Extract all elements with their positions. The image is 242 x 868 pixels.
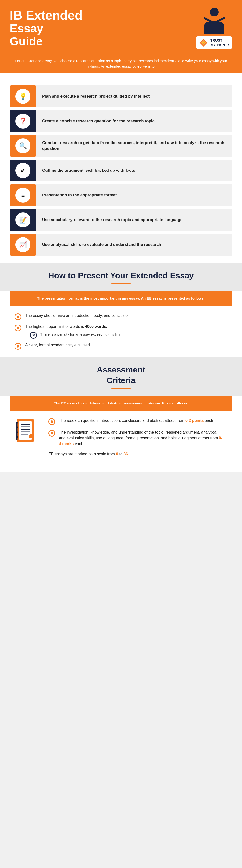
assess-circle-1	[48, 418, 55, 425]
present-section: The presentation format is the most impo…	[0, 291, 242, 357]
title-line2: Essay	[10, 22, 82, 35]
objectives-section: 💡Plan and execute a research project gui…	[0, 76, 242, 263]
bullet-dot-3	[17, 345, 19, 347]
obj-icon-box-5: ≡	[10, 184, 36, 206]
assessment-info-text: The EE essay has a defined and distinct …	[54, 401, 188, 405]
obj-item-4: ✔Outline the argument, well backed up wi…	[10, 160, 232, 181]
obj-text-7: Use analytical skills to evaluate and un…	[36, 234, 232, 255]
intro-box: For an extended essay, you choose a rese…	[0, 54, 242, 73]
assess-item-1: The research question, introduction, con…	[43, 418, 228, 425]
header-right: 🤝 TRUST MY PAPER	[196, 7, 232, 49]
svg-point-16	[16, 427, 18, 428]
person-icon	[202, 7, 226, 34]
assessment-title: AssessmentCriteria	[14, 364, 228, 385]
present-info-box: The presentation format is the most impo…	[10, 291, 232, 306]
assess-dot-2	[50, 432, 53, 434]
sub-bullet-1: ✕ There is a penalty for an essay exceed…	[30, 332, 228, 339]
svg-point-18	[16, 436, 18, 438]
obj-text-1: Plan and execute a research project guid…	[36, 86, 232, 107]
present-title: How to Present Your Extended Essay	[14, 270, 228, 281]
obj-icon-4: ✔	[15, 163, 31, 178]
header: IB Extended Essay Guide 🤝 TRUST MY PAPER	[0, 0, 242, 54]
obj-icon-2: ❓	[15, 114, 31, 129]
bullet-text-2: The highest upper limit of words is 4000…	[25, 324, 228, 330]
assessment-title-box: AssessmentCriteria	[0, 357, 242, 396]
assessment-underline	[111, 388, 131, 389]
title-underline	[111, 283, 131, 284]
obj-icon-box-4: ✔	[10, 160, 36, 181]
obj-icon-7: 📈	[15, 237, 31, 252]
notebook-icon	[14, 418, 36, 444]
obj-item-6: 📝Use vocabulary relevant to the research…	[10, 209, 232, 231]
assess-text-2: The investigation, knowledge, and unders…	[59, 429, 222, 447]
bullet-text-3: A clear, formal academic style is used	[25, 342, 90, 348]
trust-text: TRUST MY PAPER	[210, 38, 229, 47]
objectives-list: 💡Plan and execute a research project gui…	[10, 86, 232, 255]
bullet-dot-1	[17, 316, 19, 318]
svg-point-0	[210, 8, 218, 17]
title-line3: Guide	[10, 35, 82, 48]
trust-badge: 🤝 TRUST MY PAPER	[196, 36, 232, 49]
obj-item-7: 📈Use analytical skills to evaluate and u…	[10, 234, 232, 255]
svg-point-17	[16, 431, 18, 433]
obj-text-5: Presentation in the appropriate format	[36, 184, 232, 206]
obj-icon-3: 🔍	[15, 138, 31, 153]
assess-text-3: EE essays are marked on a scale from 0 t…	[48, 451, 228, 457]
obj-icon-6: 📝	[15, 212, 31, 227]
title-line1: IB Extended	[10, 8, 82, 22]
obj-text-3: Conduct research to get data from the so…	[36, 135, 232, 157]
obj-icon-box-2: ❓	[10, 110, 36, 132]
svg-point-15	[16, 422, 18, 424]
trust-diamond-icon: 🤝	[199, 38, 208, 47]
obj-item-5: ≡Presentation in the appropriate format	[10, 184, 232, 206]
sub-bullet-icon-1: ✕	[30, 332, 37, 339]
assess-dot-1	[50, 421, 53, 423]
present-title-box: How to Present Your Extended Essay	[0, 263, 242, 291]
bullet-item-3: A clear, formal academic style is used	[14, 342, 228, 350]
present-info-text: The presentation format is the most impo…	[37, 296, 205, 300]
bullet-text-1: The essay should have an introduction, b…	[25, 313, 130, 318]
obj-icon-box-1: 💡	[10, 86, 36, 107]
assessment-arrow-wrapper	[10, 410, 232, 413]
obj-text-2: Create a concise research question for t…	[36, 110, 232, 132]
obj-text-6: Use vocabulary relevant to the research …	[36, 209, 232, 231]
present-arrow-wrapper	[10, 306, 232, 308]
assess-circle-2	[48, 430, 55, 437]
assess-item-2: The investigation, knowledge, and unders…	[43, 429, 228, 447]
obj-text-4: Outline the argument, well backed up wit…	[36, 160, 232, 181]
bullet-item-1: The essay should have an introduction, b…	[14, 313, 228, 320]
bullet-item-2: The highest upper limit of words is 4000…	[14, 324, 228, 339]
obj-icon-5: ≡	[15, 188, 31, 203]
assessment-info-box: The EE essay has a defined and distinct …	[10, 396, 232, 410]
bullet-circle-2	[14, 324, 21, 331]
obj-icon-1: 💡	[15, 89, 31, 104]
assessment-section: The EE essay has a defined and distinct …	[0, 396, 242, 471]
sub-bullet-text-1: There is a penalty for an essay exceedin…	[40, 332, 122, 337]
obj-icon-box-3: 🔍	[10, 135, 36, 157]
obj-item-1: 💡Plan and execute a research project gui…	[10, 86, 232, 107]
bullet-dot-2	[17, 327, 19, 329]
obj-icon-box-6: 📝	[10, 209, 36, 231]
bullet-circle-1	[14, 313, 21, 320]
present-bullets: The essay should have an introduction, b…	[10, 313, 232, 350]
obj-item-2: ❓Create a concise research question for …	[10, 110, 232, 132]
obj-item-3: 🔍Conduct research to get data from the s…	[10, 135, 232, 157]
arrow-wrapper	[0, 73, 242, 76]
svg-text:🤝: 🤝	[202, 41, 205, 44]
header-title: IB Extended Essay Guide	[10, 8, 82, 48]
intro-text: For an extended essay, you choose a rese…	[15, 59, 227, 68]
assess-item-3-wrapper: EE essays are marked on a scale from 0 t…	[43, 451, 228, 457]
notebook-icon-container	[14, 418, 36, 445]
assess-text-1: The research question, introduction, con…	[59, 418, 213, 424]
obj-icon-box-7: 📈	[10, 234, 36, 255]
bullet-circle-3	[14, 343, 21, 350]
